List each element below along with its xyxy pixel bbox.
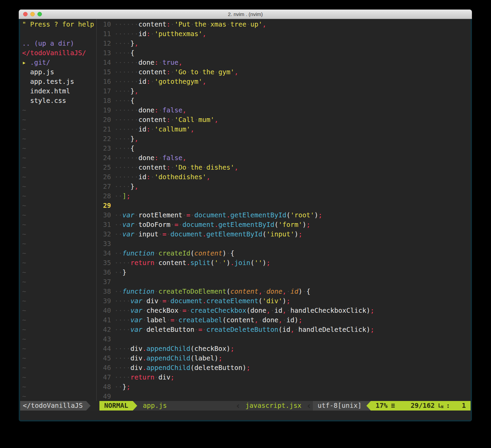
code-token: appendChild <box>146 345 190 353</box>
whitespace-dot: · <box>183 211 187 219</box>
editor-line[interactable]: 12····}, <box>97 39 471 48</box>
whitespace-dot: ······ <box>114 164 138 171</box>
editor-line[interactable]: 43 <box>97 335 471 344</box>
code-token: content <box>138 20 166 28</box>
code-line-content: ······content:·'Go·to·the·gym', <box>114 67 238 77</box>
editor-line[interactable]: 11······id:·'putthexmas', <box>97 29 471 39</box>
editor-line[interactable]: 37 <box>97 277 471 287</box>
code-token: getElementById <box>231 211 286 219</box>
editor-line[interactable]: 36··} <box>97 268 471 277</box>
editor-line[interactable]: 15······content:·'Go·to·the·gym', <box>97 67 471 77</box>
code-token: = <box>162 230 167 238</box>
editor-line[interactable]: 16······id:·'gotothegym', <box>97 77 471 87</box>
code-line-content: ····var·checkBox·=·createCheckbox(done,·… <box>114 306 374 315</box>
tilde-marker: ~ <box>22 183 26 190</box>
code-token: app.test.js <box>22 78 74 86</box>
tilde-marker: ~ <box>22 383 26 391</box>
editor-line[interactable]: 49 <box>97 392 471 401</box>
line-number: 48 <box>97 382 114 392</box>
code-token: ; <box>306 221 311 229</box>
whitespace-dot: · <box>286 288 290 295</box>
editor-line[interactable]: 27····}, <box>97 182 471 191</box>
sidebar-item[interactable]: app.test.js <box>20 77 96 87</box>
editor-line[interactable]: 41····var·label·=·createLabel(content,·d… <box>97 315 471 325</box>
whitespace-dot: · <box>158 106 162 114</box>
whitespace-dot: ······ <box>114 106 138 114</box>
editor-line[interactable]: 23····{ <box>97 144 471 153</box>
sidebar-item[interactable] <box>20 29 96 39</box>
editor-line[interactable]: 18····{ <box>97 96 471 106</box>
editor-line[interactable]: 28··]; <box>97 191 471 201</box>
editor-line[interactable]: 45····div.appendChild(label); <box>97 354 471 363</box>
code-token: appendChild <box>146 364 190 372</box>
editor-line[interactable]: 38··function·createToDoElement(content,·… <box>97 287 471 296</box>
netrw-sidebar[interactable]: " Press ? for help .. (up a dir)</todoVa… <box>20 19 96 401</box>
sidebar-item[interactable]: style.css <box>20 96 96 106</box>
editor-line[interactable]: 25······content:·'Do·the·dishes', <box>97 163 471 172</box>
sidebar-item[interactable]: </todoVanillaJS/ <box>20 48 96 58</box>
editor-line[interactable]: 22····}, <box>97 134 471 144</box>
sidebar-item[interactable]: index.html <box>20 87 96 96</box>
tilde-marker: ~ <box>22 335 26 343</box>
editor-line[interactable]: 24······done:·false, <box>97 153 471 163</box>
editor-line[interactable]: 14······done:·true, <box>97 58 471 67</box>
editor-line[interactable]: 48··}; <box>97 382 471 392</box>
window-titlebar[interactable]: 2. nvim . (nvim) <box>19 10 472 19</box>
editor-line[interactable]: 20······content:·'Call·mum', <box>97 115 471 125</box>
line-number: 10 <box>97 20 114 29</box>
code-token: dishes' <box>206 164 234 171</box>
editor-line[interactable]: 33 <box>97 239 471 249</box>
editor-line[interactable]: 21······id:·'callmum', <box>97 125 471 134</box>
code-token: ) <box>302 221 306 229</box>
empty-buffer-tilde: ~ <box>20 239 96 249</box>
powerline-arrow-icon <box>86 401 91 411</box>
editor-line[interactable]: 32··var·input·=·document.getElementById(… <box>97 230 471 239</box>
editor-line[interactable]: 30··var·rootElement·=·document.getElemen… <box>97 211 471 220</box>
editor-line[interactable]: 26······id:·'dothedishes', <box>97 172 471 182</box>
code-token: id <box>138 173 146 181</box>
terminal-window: 2. nvim . (nvim) " Press ? for help .. (… <box>19 10 472 421</box>
editor-line[interactable]: 39····var·div·=·document.createElement('… <box>97 296 471 306</box>
code-token: join <box>234 259 250 267</box>
code-token: ) <box>222 249 226 257</box>
whitespace-dot: · <box>190 211 194 219</box>
editor-pane[interactable]: 10······content:·'Put·the·xmas·tree·up',… <box>97 19 471 401</box>
sidebar-item[interactable]: " Press ? for help <box>20 20 96 29</box>
editor-line[interactable]: 17····}, <box>97 87 471 96</box>
code-token: ; <box>266 259 270 267</box>
editor-line[interactable]: 42····var·deleteButton·=·createDeleteBut… <box>97 325 471 335</box>
code-token: 'Do <box>174 164 186 171</box>
editor-line[interactable]: 46····div.appendChild(deleteButton); <box>97 363 471 373</box>
code-line-content: ····}, <box>114 134 138 144</box>
editor-line[interactable]: 29 <box>97 201 471 211</box>
sidebar-item[interactable]: ▸ .git/ <box>20 58 96 67</box>
editor-line[interactable]: 19······done:·false, <box>97 106 471 115</box>
editor-line[interactable]: 47····return·div; <box>97 373 471 382</box>
code-token: , <box>290 326 295 334</box>
code-line-content: ····div.appendChild(checkBox); <box>114 344 234 354</box>
whitespace-dot: · <box>247 20 251 28</box>
line-number: 37 <box>97 277 114 287</box>
code-line-content: ····div.appendChild(label); <box>114 354 222 363</box>
code-token: . <box>186 259 190 267</box>
tilde-marker: ~ <box>22 211 26 219</box>
line-number: 30 <box>97 211 114 220</box>
whitespace-dot: · <box>167 297 171 305</box>
sidebar-item[interactable]: .. (up a dir) <box>20 39 96 48</box>
editor-line[interactable]: 13····{ <box>97 48 471 58</box>
code-line-content <box>114 239 118 249</box>
statusline-gap <box>91 401 99 411</box>
line-number: 33 <box>97 239 114 249</box>
sidebar-item[interactable]: app.js <box>20 67 96 77</box>
editor-line[interactable]: 10······content:·'Put·the·xmas·tree·up', <box>97 20 471 29</box>
editor-line[interactable]: 31··var·toDoForm·=·document.getElementBy… <box>97 220 471 230</box>
editor-line[interactable]: 35····return·content.split('·').join('')… <box>97 258 471 268</box>
editor-line[interactable]: 40····var·checkBox·=·createCheckbox(done… <box>97 306 471 315</box>
code-token: div <box>130 345 142 353</box>
code-token: the <box>194 20 206 28</box>
editor-line[interactable]: 34··function·createId(content)·{ <box>97 249 471 258</box>
whitespace-dot: · <box>218 259 222 267</box>
whitespace-dot: · <box>262 288 266 295</box>
editor-line[interactable]: 44····div.appendChild(checkBox); <box>97 344 471 354</box>
command-line[interactable] <box>20 411 471 420</box>
